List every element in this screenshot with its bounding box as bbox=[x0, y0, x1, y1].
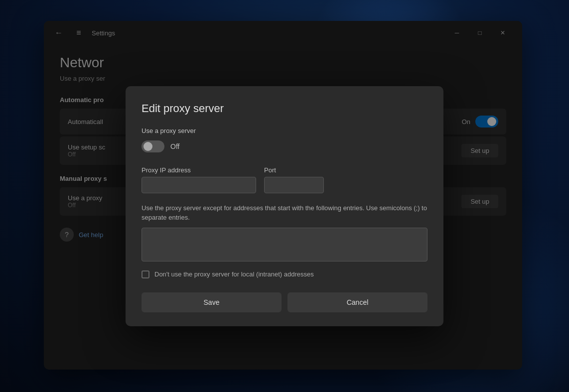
ip-label: Proxy IP address bbox=[142, 166, 256, 174]
cancel-button[interactable]: Cancel bbox=[287, 292, 427, 312]
port-label: Port bbox=[264, 166, 324, 174]
local-addresses-checkbox[interactable] bbox=[142, 270, 149, 278]
modal-overlay: Edit proxy server Use a proxy server Off… bbox=[0, 0, 569, 392]
proxy-toggle-state: Off bbox=[170, 142, 179, 150]
ip-port-fields: Proxy IP address Port bbox=[142, 166, 427, 193]
local-addresses-label: Don't use the proxy server for local (in… bbox=[154, 270, 314, 278]
ip-field-group: Proxy IP address bbox=[142, 166, 256, 193]
edit-proxy-dialog: Edit proxy server Use a proxy server Off… bbox=[126, 86, 443, 326]
modal-buttons: Save Cancel bbox=[142, 292, 427, 312]
modal-title: Edit proxy server bbox=[142, 102, 427, 115]
exceptions-description: Use the proxy server except for addresse… bbox=[142, 203, 427, 223]
proxy-ip-input[interactable] bbox=[142, 177, 256, 193]
proxy-toggle-row: Off bbox=[142, 140, 427, 152]
use-proxy-label: Use a proxy server bbox=[142, 127, 427, 134]
port-field-group: Port bbox=[264, 166, 324, 193]
local-addresses-row: Don't use the proxy server for local (in… bbox=[142, 270, 427, 278]
proxy-toggle[interactable] bbox=[142, 140, 164, 152]
port-input[interactable] bbox=[264, 177, 324, 193]
save-button[interactable]: Save bbox=[142, 292, 282, 312]
exceptions-input[interactable] bbox=[142, 228, 427, 261]
